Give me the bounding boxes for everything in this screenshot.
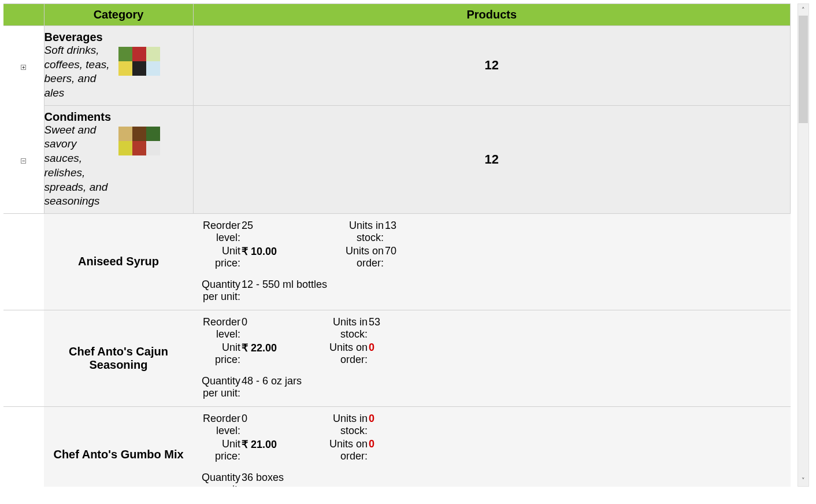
detail-value: 0 bbox=[369, 342, 374, 366]
detail-label: Unit price: bbox=[198, 438, 242, 462]
scroll-up-arrow[interactable]: ˄ bbox=[798, 4, 808, 16]
scroll-down-arrow[interactable]: ˅ bbox=[798, 475, 808, 486]
detail-line: Quantity per unit:48 - 6 oz jars bbox=[198, 375, 311, 399]
detail-value: 53 bbox=[369, 316, 380, 340]
collapse-button[interactable]: − bbox=[21, 158, 26, 164]
detail-label: Units in stock: bbox=[325, 316, 369, 340]
detail-value: 0 bbox=[369, 438, 374, 462]
category-thumbnail bbox=[118, 127, 160, 155]
product-row: Chef Anto's Cajun SeasoningReorder level… bbox=[3, 310, 791, 406]
data-grid-viewport: Category Products +BeveragesSoft drinks,… bbox=[3, 3, 791, 487]
detail-value: 36 boxes bbox=[242, 472, 284, 487]
detail-label: Quantity per unit: bbox=[198, 279, 242, 303]
category-grid: Category Products +BeveragesSoft drinks,… bbox=[3, 3, 791, 487]
product-row: Chef Anto's Gumbo MixReorder level:0Unit… bbox=[3, 406, 791, 487]
detail-label: Units in stock: bbox=[325, 413, 369, 437]
detail-value: 12 - 550 ml bottles bbox=[242, 279, 327, 303]
detail-line: Units in stock:13 bbox=[341, 220, 454, 244]
detail-label: Units in stock: bbox=[341, 220, 385, 244]
detail-line: Reorder level:25 bbox=[198, 220, 327, 244]
detail-line: Unit price:₹ 10.00 bbox=[198, 245, 327, 269]
header-row: Category Products bbox=[3, 4, 791, 26]
detail-value: 0 bbox=[369, 413, 374, 437]
detail-label: Reorder level: bbox=[198, 316, 242, 340]
detail-line: Reorder level:0 bbox=[198, 316, 311, 340]
product-name: Chef Anto's Cajun Seasoning bbox=[44, 310, 193, 406]
category-thumbnail bbox=[118, 47, 160, 76]
detail-line: Units on order:0 bbox=[325, 438, 438, 462]
detail-value: 0 bbox=[242, 316, 247, 340]
detail-line: Quantity per unit:12 - 550 ml bottles bbox=[198, 279, 327, 303]
detail-value: 13 bbox=[385, 220, 396, 244]
detail-label: Units on order: bbox=[341, 245, 385, 269]
category-header: Category bbox=[44, 4, 193, 26]
detail-line: Quantity per unit:36 boxes bbox=[198, 472, 311, 487]
category-name: Condiments bbox=[44, 110, 115, 123]
product-count: 12 bbox=[193, 26, 791, 106]
detail-line: Units on order:70 bbox=[341, 245, 454, 269]
detail-value: 25 bbox=[242, 220, 253, 244]
detail-value: 48 - 6 oz jars bbox=[242, 375, 302, 399]
detail-value: 70 bbox=[385, 245, 396, 269]
detail-line: Units on order:0 bbox=[325, 342, 438, 366]
category-row: +BeveragesSoft drinks, coffees, teas, be… bbox=[3, 26, 791, 106]
detail-label: Unit price: bbox=[198, 342, 242, 366]
detail-label: Quantity per unit: bbox=[198, 472, 242, 487]
category-description: Soft drinks, coffees, teas, beers, and a… bbox=[44, 43, 115, 101]
detail-value: 0 bbox=[242, 413, 247, 437]
category-cell: CondimentsSweet and savory sauces, relis… bbox=[44, 105, 193, 213]
products-header: Products bbox=[193, 4, 791, 26]
detail-line: Units in stock:0 bbox=[325, 413, 438, 437]
expand-button[interactable]: + bbox=[21, 65, 26, 70]
product-row: Aniseed SyrupReorder level:25Unit price:… bbox=[3, 213, 791, 310]
product-count: 12 bbox=[193, 105, 791, 213]
expand-header bbox=[3, 4, 44, 26]
product-details: Reorder level:0Unit price:₹ 21.00Quantit… bbox=[193, 406, 791, 487]
detail-value: ₹ 10.00 bbox=[242, 245, 277, 269]
category-cell: BeveragesSoft drinks, coffees, teas, bee… bbox=[44, 26, 193, 106]
detail-label: Reorder level: bbox=[198, 413, 242, 437]
product-details: Reorder level:0Unit price:₹ 22.00Quantit… bbox=[193, 310, 791, 406]
detail-line: Units in stock:53 bbox=[325, 316, 438, 340]
detail-line: Unit price:₹ 22.00 bbox=[198, 342, 311, 366]
detail-line: Unit price:₹ 21.00 bbox=[198, 438, 311, 462]
detail-label: Units on order: bbox=[325, 438, 369, 462]
scroll-thumb[interactable] bbox=[799, 16, 808, 123]
detail-label: Unit price: bbox=[198, 245, 242, 269]
vertical-scrollbar[interactable]: ˄ ˅ bbox=[798, 3, 809, 487]
product-name: Aniseed Syrup bbox=[44, 213, 193, 310]
detail-label: Units on order: bbox=[325, 342, 369, 366]
product-name: Chef Anto's Gumbo Mix bbox=[44, 406, 193, 487]
detail-label: Reorder level: bbox=[198, 220, 242, 244]
category-row: −CondimentsSweet and savory sauces, reli… bbox=[3, 105, 791, 213]
detail-line: Reorder level:0 bbox=[198, 413, 311, 437]
detail-value: ₹ 21.00 bbox=[242, 438, 277, 462]
detail-value: ₹ 22.00 bbox=[242, 342, 277, 366]
product-details: Reorder level:25Unit price:₹ 10.00Quanti… bbox=[193, 213, 791, 310]
category-description: Sweet and savory sauces, relishes, sprea… bbox=[44, 123, 115, 209]
category-name: Beverages bbox=[44, 31, 115, 43]
detail-label: Quantity per unit: bbox=[198, 375, 242, 399]
